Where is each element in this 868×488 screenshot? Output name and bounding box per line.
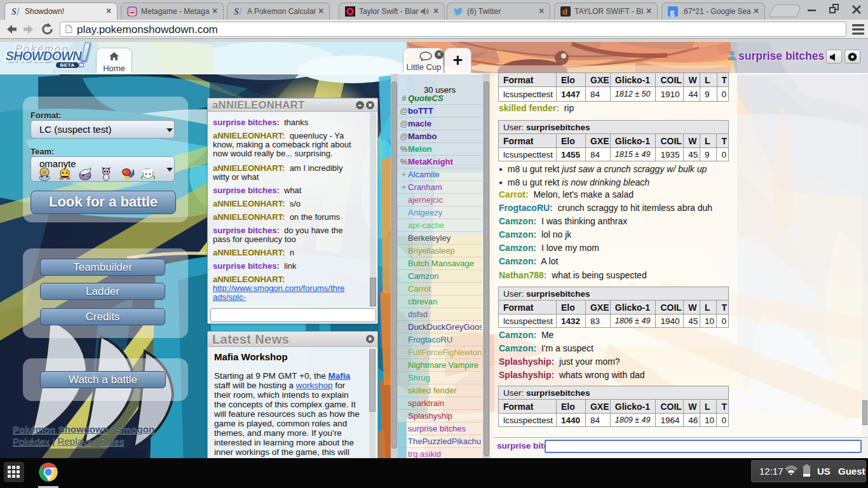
svg-text:S: S [234,7,239,17]
svg-text:S: S [11,7,17,17]
svg-text:d: d [562,7,567,17]
svg-text:g: g [670,7,675,17]
